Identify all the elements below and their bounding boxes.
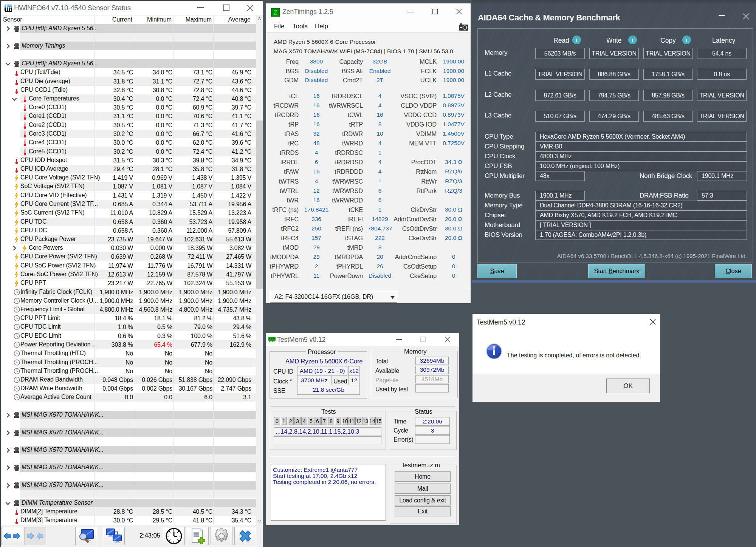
svg-text:Z: Z xyxy=(273,9,277,16)
